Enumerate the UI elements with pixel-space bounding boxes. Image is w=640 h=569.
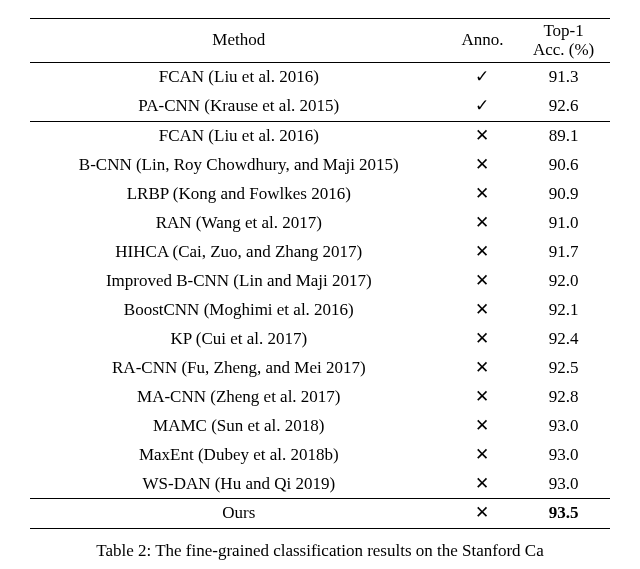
results-table: Method Anno. Top-1 Acc. (%) FCAN (Liu et… <box>30 18 610 529</box>
cell-anno: ✕ <box>448 151 518 180</box>
cell-anno: ✕ <box>448 499 518 529</box>
table-row: FCAN (Liu et al. 2016)✕89.1 <box>30 122 610 151</box>
cell-acc: 91.0 <box>517 209 610 238</box>
cell-anno: ✕ <box>448 180 518 209</box>
cell-method: HIHCA (Cai, Zuo, and Zhang 2017) <box>30 238 448 267</box>
cell-method: PA-CNN (Krause et al. 2015) <box>30 92 448 121</box>
cell-acc: 89.1 <box>517 122 610 151</box>
table-row: MaxEnt (Dubey et al. 2018b)✕93.0 <box>30 441 610 470</box>
cell-method: BoostCNN (Moghimi et al. 2016) <box>30 296 448 325</box>
table-body: FCAN (Liu et al. 2016)✓91.3PA-CNN (Kraus… <box>30 63 610 529</box>
cell-method: FCAN (Liu et al. 2016) <box>30 122 448 151</box>
table-row: Improved B-CNN (Lin and Maji 2017)✕92.0 <box>30 267 610 296</box>
table-row: B-CNN (Lin, Roy Chowdhury, and Maji 2015… <box>30 151 610 180</box>
cell-method: MA-CNN (Zheng et al. 2017) <box>30 383 448 412</box>
cell-acc: 93.5 <box>517 499 610 529</box>
cell-anno: ✕ <box>448 354 518 383</box>
page: Method Anno. Top-1 Acc. (%) FCAN (Liu et… <box>0 0 640 567</box>
table-row: MAMC (Sun et al. 2018)✕93.0 <box>30 412 610 441</box>
cell-method: LRBP (Kong and Fowlkes 2016) <box>30 180 448 209</box>
col-header-method: Method <box>30 19 448 63</box>
table-row: MA-CNN (Zheng et al. 2017)✕92.8 <box>30 383 610 412</box>
cell-anno: ✕ <box>448 325 518 354</box>
cell-anno: ✕ <box>448 383 518 412</box>
cell-method: Improved B-CNN (Lin and Maji 2017) <box>30 267 448 296</box>
cell-acc: 92.8 <box>517 383 610 412</box>
table-row: RA-CNN (Fu, Zheng, and Mei 2017)✕92.5 <box>30 354 610 383</box>
table-row: BoostCNN (Moghimi et al. 2016)✕92.1 <box>30 296 610 325</box>
col-header-acc: Top-1 Acc. (%) <box>517 19 610 63</box>
cell-acc: 90.9 <box>517 180 610 209</box>
cell-anno: ✕ <box>448 441 518 470</box>
table-row: LRBP (Kong and Fowlkes 2016)✕90.9 <box>30 180 610 209</box>
cell-acc: 93.0 <box>517 412 610 441</box>
cell-anno: ✕ <box>448 209 518 238</box>
cell-acc: 92.1 <box>517 296 610 325</box>
cell-method: MAMC (Sun et al. 2018) <box>30 412 448 441</box>
table-row: KP (Cui et al. 2017)✕92.4 <box>30 325 610 354</box>
cell-method: FCAN (Liu et al. 2016) <box>30 63 448 92</box>
table-header-row: Method Anno. Top-1 Acc. (%) <box>30 19 610 63</box>
cell-method: RAN (Wang et al. 2017) <box>30 209 448 238</box>
cell-acc: 92.4 <box>517 325 610 354</box>
cell-acc: 91.3 <box>517 63 610 92</box>
cell-anno: ✓ <box>448 92 518 121</box>
cell-method: RA-CNN (Fu, Zheng, and Mei 2017) <box>30 354 448 383</box>
cell-anno: ✕ <box>448 267 518 296</box>
table-row: RAN (Wang et al. 2017)✕91.0 <box>30 209 610 238</box>
cell-method: WS-DAN (Hu and Qi 2019) <box>30 470 448 499</box>
cell-anno: ✕ <box>448 238 518 267</box>
table-row: WS-DAN (Hu and Qi 2019)✕93.0 <box>30 470 610 499</box>
cell-method: Ours <box>30 499 448 529</box>
cell-anno: ✕ <box>448 470 518 499</box>
cell-anno: ✓ <box>448 63 518 92</box>
cell-anno: ✕ <box>448 296 518 325</box>
col-header-acc-line1: Top-1 <box>543 21 583 40</box>
table-row: HIHCA (Cai, Zuo, and Zhang 2017)✕91.7 <box>30 238 610 267</box>
col-header-acc-line2: Acc. (%) <box>533 40 594 59</box>
cell-acc: 91.7 <box>517 238 610 267</box>
cell-acc: 93.0 <box>517 441 610 470</box>
cell-acc: 93.0 <box>517 470 610 499</box>
table-caption: Table 2: The fine-grained classification… <box>30 541 610 561</box>
cell-method: KP (Cui et al. 2017) <box>30 325 448 354</box>
cell-method: B-CNN (Lin, Roy Chowdhury, and Maji 2015… <box>30 151 448 180</box>
table-row: Ours✕93.5 <box>30 499 610 529</box>
table-row: FCAN (Liu et al. 2016)✓91.3 <box>30 63 610 92</box>
col-header-anno: Anno. <box>448 19 518 63</box>
cell-acc: 92.0 <box>517 267 610 296</box>
table-row: PA-CNN (Krause et al. 2015)✓92.6 <box>30 92 610 121</box>
cell-anno: ✕ <box>448 412 518 441</box>
cell-acc: 92.5 <box>517 354 610 383</box>
cell-method: MaxEnt (Dubey et al. 2018b) <box>30 441 448 470</box>
cell-anno: ✕ <box>448 122 518 151</box>
cell-acc: 92.6 <box>517 92 610 121</box>
cell-acc: 90.6 <box>517 151 610 180</box>
